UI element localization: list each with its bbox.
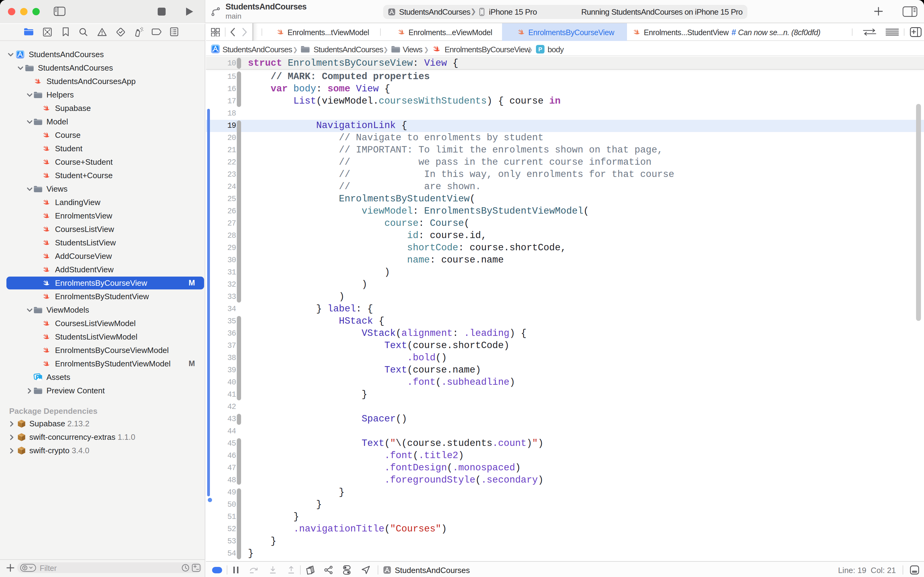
svg-text:P: P bbox=[538, 46, 542, 53]
